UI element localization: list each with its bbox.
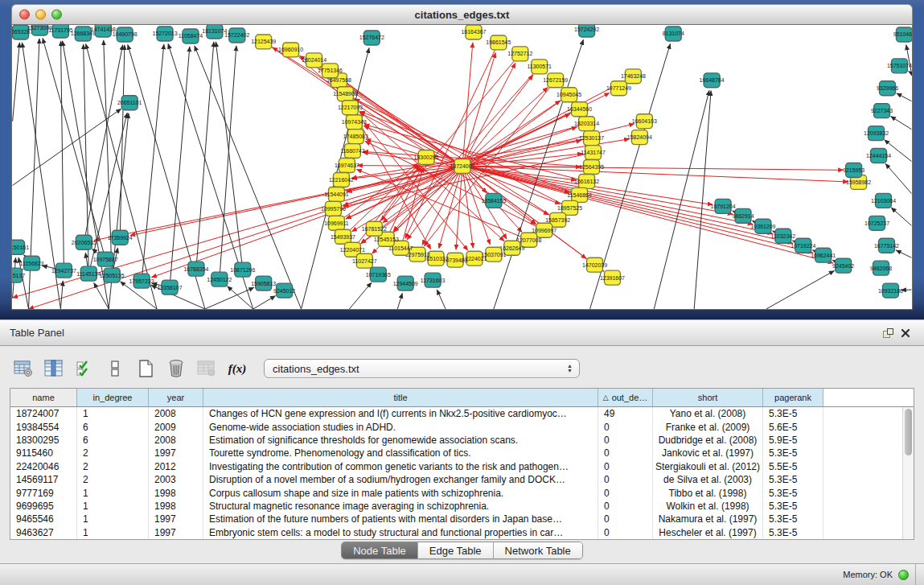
network-node[interactable]: 10719224 [791,238,815,253]
zoom-window-button[interactable] [51,10,62,20]
network-node[interactable]: 15724292 [574,25,599,37]
table-cell[interactable]: Genome-wide association studies in ADHD. [203,420,598,433]
network-node[interactable]: 12391607 [600,270,625,285]
table-cell[interactable]: 5.3E-5 [763,500,823,513]
network-node[interactable]: 16648784 [700,73,725,88]
network-node[interactable]: 10358107 [158,280,183,295]
new-column-icon[interactable] [133,356,158,381]
table-cell[interactable]: 9115460 [10,447,77,459]
table-row[interactable]: 977716911998Corpus callosum shape and si… [10,486,914,499]
network-node[interactable]: 12450122 [207,272,232,286]
network-node[interactable]: 12752712 [507,47,532,61]
table-row[interactable]: 946554611997Estimation of the future num… [10,513,914,525]
network-node[interactable]: 10945045 [556,88,581,102]
column-header-pagerank[interactable]: pagerank [763,389,823,406]
table-cell[interactable]: 2012 [149,460,203,473]
table-cell[interactable]: 1997 [149,447,203,459]
table-cell[interactable]: 9699695 [10,500,77,513]
table-cell[interactable]: 2008 [149,434,203,447]
network-node[interactable]: 10969911 [324,216,349,230]
table-cell[interactable]: 5.3E-5 [763,513,823,525]
table-row[interactable]: 2242004622012Investigating the contribut… [10,460,914,473]
network-node[interactable]: 16962441 [811,248,836,262]
network-node[interactable]: 16791204 [711,199,736,213]
network-node[interactable]: 10391209 [750,219,775,233]
table-cell[interactable]: 1997 [149,513,203,525]
network-node[interactable]: 12942737 [51,263,76,278]
table-cell[interactable]: Tourette syndrome. Phenomenology and cla… [203,447,598,459]
network-node[interactable]: 16974637 [335,159,359,173]
table-cell[interactable]: 19384554 [10,420,77,433]
network-node[interactable]: 10995796 [321,201,346,216]
table-cell[interactable]: 5.3E-5 [763,526,823,539]
minimize-window-button[interactable] [35,10,46,20]
column-header-year[interactable]: year [149,389,203,406]
network-node[interactable]: 16604103 [632,114,657,129]
table-cell[interactable]: 1 [77,486,149,499]
network-node[interactable]: 9462068 [870,261,892,275]
table-row[interactable]: 1830029562008Estimation of significance … [10,434,914,447]
network-node[interactable]: 9329966 [877,81,898,96]
table-cell[interactable]: 1998 [149,486,203,499]
network-node[interactable]: 15722402 [224,28,249,43]
table-cell[interactable]: 5.3E-5 [763,447,823,459]
table-cell[interactable]: 2008 [149,407,203,420]
table-cell[interactable]: 9777169 [10,486,77,499]
network-node[interactable]: 11300571 [527,60,552,74]
table-scrollbar-thumb[interactable] [905,409,912,455]
network-node[interactable]: 15751074 [887,59,912,73]
float-panel-icon[interactable] [879,325,897,341]
table-cell[interactable]: 5.6E-5 [763,420,823,433]
network-node[interactable]: 9227343 [871,104,893,118]
table-row[interactable]: 911546021997Tourette syndrome. Phenomeno… [10,447,914,459]
network-node[interactable]: 18203314 [574,117,599,131]
tab-edge-table[interactable]: Edge Table [418,542,494,558]
table-cell[interactable]: 5.5E-5 [763,460,823,473]
network-node[interactable]: 12103064 [871,193,896,208]
network-node[interactable]: 16164367 [461,25,486,39]
table-cell[interactable]: Investigating the contribution of common… [203,460,598,473]
table-cell[interactable]: 1 [77,500,149,513]
table-cell[interactable]: 0 [598,434,653,447]
network-node[interactable]: 11145134 [76,266,101,281]
network-node[interactable]: 15276472 [359,31,384,45]
table-row[interactable]: 946362711997Embryonic stem cells: a mode… [10,526,914,539]
table-row[interactable]: 969969511998Structural magnetic resonanc… [10,500,914,513]
column-visibility-icon[interactable] [42,356,66,381]
table-cell[interactable]: 5.3E-5 [763,407,823,420]
close-panel-icon[interactable] [897,325,914,341]
table-cell[interactable]: 22420046 [10,460,77,473]
table-cell[interactable]: Franke et al. (2009) [653,420,763,433]
column-header-out_de[interactable]: △out_de… [598,389,653,406]
table-cell[interactable]: 2 [77,447,149,459]
table-cell[interactable]: 5.3E-5 [763,486,823,499]
table-cell[interactable]: 6 [77,434,149,447]
table-cell[interactable]: 0 [598,420,653,433]
table-cell[interactable]: 6 [77,420,149,433]
network-node[interactable]: 10974343 [342,115,367,130]
network-node[interactable]: 8131074 [663,27,684,41]
delete-column-icon[interactable] [164,356,188,381]
table-cell[interactable]: Tibbo et al. (1998) [653,486,763,499]
network-node[interactable]: 16775142 [874,238,899,253]
network-node[interactable]: 15905813 [251,276,276,290]
network-node[interactable]: 10719365 [366,267,391,282]
table-cell[interactable]: 2003 [149,473,203,486]
select-rows-icon[interactable] [72,356,97,381]
tab-node-table[interactable]: Node Table [342,542,418,558]
network-node[interactable]: 19861545 [486,35,511,50]
table-cell[interactable]: Disruption of a novel member of a sodium… [203,473,598,486]
table-cell[interactable]: Yano et al. (2008) [653,407,763,420]
network-node[interactable]: 16960910 [278,43,303,57]
table-cell[interactable]: Corpus callosum shape and size in male p… [203,486,598,499]
table-cell[interactable]: Changes of HCN gene expression and I(f) … [203,407,598,420]
selection-mode-icon[interactable] [103,356,127,381]
table-cell[interactable]: 0 [598,473,653,486]
network-node[interactable]: 15824094 [627,130,652,145]
table-cell[interactable]: 2 [77,460,149,473]
table-cell[interactable]: 2009 [149,420,203,433]
table-cell[interactable]: 18300295 [10,434,77,447]
network-node[interactable]: 20651101 [117,96,142,110]
network-node[interactable]: 12216042 [329,172,354,187]
network-node[interactable]: 12505135 [100,268,125,282]
